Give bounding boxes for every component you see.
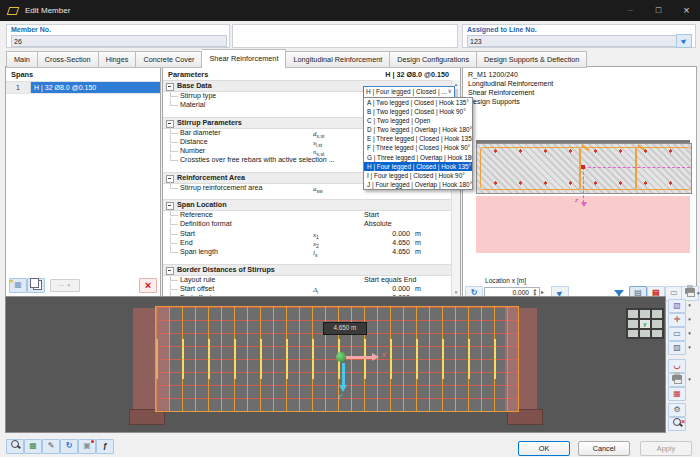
supports-icon[interactable] bbox=[668, 359, 686, 373]
nav-cell[interactable] bbox=[628, 330, 638, 338]
tab-longitudinal-reinforcement[interactable]: Longitudinal Reinforcement bbox=[286, 51, 390, 68]
copy-span-button[interactable] bbox=[27, 278, 45, 293]
tab-hinges[interactable]: Hinges bbox=[99, 51, 137, 68]
left-support-overlap bbox=[156, 307, 169, 411]
tab-design-supports-deflection[interactable]: Design Supports & Deflection bbox=[477, 51, 587, 68]
view-dropdown-icon[interactable] bbox=[686, 302, 693, 308]
print-dropdown-icon[interactable] bbox=[686, 376, 693, 382]
rendering-icon[interactable] bbox=[668, 341, 686, 355]
axes-dropdown-icon[interactable] bbox=[686, 316, 693, 322]
param-unit: m bbox=[415, 285, 421, 294]
close-icon[interactable] bbox=[673, 0, 700, 21]
minimize-icon[interactable] bbox=[617, 0, 644, 21]
section-z-label: z bbox=[575, 197, 578, 203]
nav-cell[interactable] bbox=[640, 330, 650, 338]
zoom-reset-icon[interactable] bbox=[668, 417, 686, 431]
delete-span-button[interactable] bbox=[139, 278, 157, 293]
assigned-line-groupbox: Assigned to Line No. bbox=[462, 24, 696, 48]
step-next-icon[interactable] bbox=[541, 288, 544, 295]
scroll-down-icon[interactable] bbox=[452, 288, 460, 296]
section-axis-horizontal bbox=[583, 167, 690, 168]
param-value[interactable]: Start bbox=[364, 211, 410, 220]
view-navigator[interactable]: y bbox=[626, 308, 664, 339]
param-row-reference[interactable]: ReferenceStart bbox=[163, 211, 452, 220]
param-row-span-length[interactable]: Span lengthls4.650m bbox=[163, 248, 452, 257]
param-row-end[interactable]: Endx24.650m bbox=[163, 239, 452, 248]
tab-shear-reinforcement[interactable]: Shear Reinforcement bbox=[202, 49, 286, 68]
axes-display-icon[interactable] bbox=[668, 313, 686, 327]
display-dropdown-icon[interactable] bbox=[686, 330, 693, 336]
nav-cell[interactable] bbox=[640, 310, 650, 318]
x-axis-label: x' bbox=[382, 351, 387, 358]
function-tool-icon[interactable] bbox=[96, 439, 114, 454]
param-value[interactable]: 4.650 bbox=[364, 248, 410, 257]
nav-cell[interactable] bbox=[628, 320, 638, 328]
tab-concrete-cover[interactable]: Concrete Cover bbox=[136, 51, 202, 68]
param-label: Start bbox=[180, 230, 195, 239]
zoom-tool-icon[interactable] bbox=[6, 439, 24, 454]
isometric-view-icon[interactable] bbox=[668, 299, 686, 313]
stirrup-type-option[interactable]: B | Two legged | Closed | Hook 90° bbox=[364, 107, 472, 116]
cancel-button[interactable]: Cancel bbox=[578, 441, 630, 456]
apply-button[interactable]: Apply bbox=[640, 441, 692, 456]
section-axis-origin bbox=[581, 165, 585, 169]
param-row-start-offset[interactable]: Start offsetΔi0.000m bbox=[163, 285, 452, 294]
param-row-layout-rule[interactable]: Layout ruleStart equals End bbox=[163, 276, 452, 285]
magnifier-shape bbox=[673, 418, 681, 426]
stirrup-type-option[interactable]: H | Four legged | Closed | Hook 135° bbox=[364, 162, 472, 171]
param-value[interactable]: 4.650 bbox=[364, 239, 410, 248]
stirrup-type-option[interactable]: J | Four legged | Overlap | Hook 180° bbox=[364, 180, 472, 189]
stirrup-type-option[interactable]: A | Two legged | Closed | Hook 135° bbox=[364, 98, 472, 107]
print-dropdown-icon[interactable] bbox=[697, 290, 700, 296]
param-section-header: Span Location bbox=[163, 199, 452, 211]
nav-cell[interactable] bbox=[652, 310, 662, 318]
add-span-button[interactable] bbox=[9, 278, 27, 293]
right-support-overlap bbox=[505, 307, 518, 411]
param-value[interactable]: Absolute bbox=[364, 220, 410, 229]
stirrup-type-option[interactable]: E | Three legged | Closed | Hook 135° bbox=[364, 134, 472, 143]
tab-main[interactable]: Main bbox=[6, 51, 38, 68]
location-value: 0.000 bbox=[512, 289, 529, 296]
member-no-input[interactable] bbox=[11, 35, 227, 47]
param-value[interactable]: 0.000 bbox=[364, 285, 410, 294]
spans-table: 1H | 32 Ø8.0 @0.150 bbox=[6, 81, 160, 94]
param-section-name: Border Distances of Stirrups bbox=[177, 265, 275, 274]
preview-info-line: Longitudinal Reinforcement bbox=[468, 79, 553, 88]
stirrup-type-option[interactable]: G | Three legged | Overlap | Hook 180° bbox=[364, 153, 472, 162]
stirrup-type-option[interactable]: D | Two legged | Overlap | Hook 180° bbox=[364, 125, 472, 134]
param-row-definition-format[interactable]: Definition formatAbsolute bbox=[163, 220, 452, 229]
stirrup-type-option[interactable]: I | Four legged | Closed | Hook 90° bbox=[364, 171, 472, 180]
display-properties-icon[interactable] bbox=[668, 327, 686, 341]
select-line-pointer-icon[interactable] bbox=[676, 34, 692, 48]
tab-design-configurations[interactable]: Design Configurations bbox=[390, 51, 477, 68]
new-star-icon bbox=[9, 275, 14, 287]
viewport-print-icon[interactable] bbox=[668, 373, 686, 387]
regenerate-tool-icon[interactable] bbox=[60, 439, 78, 454]
stirrup-type-option[interactable]: F | Three legged | Closed | Hook 90° bbox=[364, 143, 472, 152]
table-tool-icon[interactable] bbox=[24, 439, 42, 454]
ok-button[interactable]: OK bbox=[518, 441, 570, 456]
stirrup-type-option[interactable]: C | Two legged | Open bbox=[364, 116, 472, 125]
nav-axis-cell[interactable]: y bbox=[640, 320, 650, 328]
rendering-dropdown-icon[interactable] bbox=[686, 344, 693, 350]
span-row[interactable]: 1H | 32 Ø8.0 @0.150 bbox=[6, 82, 160, 94]
param-label: End bbox=[180, 239, 193, 248]
nav-cell[interactable] bbox=[652, 330, 662, 338]
maximize-icon[interactable] bbox=[645, 0, 672, 21]
param-value[interactable]: Start equals End bbox=[364, 276, 410, 285]
param-value[interactable]: 0.000 bbox=[364, 230, 410, 239]
param-row-start[interactable]: Startx10.000m bbox=[163, 230, 452, 239]
span-number-dropdown[interactable] bbox=[50, 279, 80, 292]
nav-cell[interactable] bbox=[628, 310, 638, 318]
assigned-line-input[interactable] bbox=[467, 35, 677, 47]
reinforcement-display-icon[interactable] bbox=[668, 387, 686, 401]
tab-cross-section[interactable]: Cross-Section bbox=[38, 51, 99, 68]
length-dimension-tooltip: 4.650 m bbox=[323, 322, 367, 335]
edit-tool-icon[interactable] bbox=[42, 439, 60, 454]
nav-cell[interactable] bbox=[652, 320, 662, 328]
settings-gear-icon[interactable] bbox=[668, 403, 686, 417]
preview-info-line: Shear Reinforcement bbox=[468, 88, 553, 97]
grid-settings-icon[interactable] bbox=[78, 439, 96, 454]
edit-member-dialog: Edit Member Member No. Assigned to Line … bbox=[0, 0, 700, 457]
member-viewport[interactable]: 4.650 m x' z' y bbox=[5, 296, 666, 433]
